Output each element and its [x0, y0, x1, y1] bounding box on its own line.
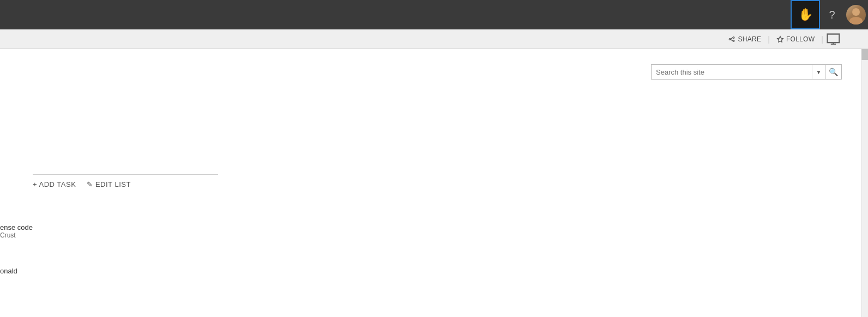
edit-list-button[interactable]: ✎ EDIT LIST: [87, 180, 131, 188]
secondary-bar: SHARE | FOLLOW |: [0, 29, 868, 49]
follow-button[interactable]: FOLLOW: [773, 34, 818, 44]
task-toolbar: + ADD TASK ✎ EDIT LIST: [33, 174, 218, 188]
present-icon: [827, 33, 842, 45]
avatar: [846, 5, 866, 25]
svg-rect-3: [828, 34, 840, 42]
list-item: ense code Crust: [0, 223, 33, 239]
add-task-label: + ADD TASK: [33, 180, 76, 188]
scrollbar-thumb[interactable]: [861, 49, 868, 60]
chevron-down-icon: ▼: [816, 69, 822, 75]
present-button[interactable]: [827, 32, 842, 47]
share-button[interactable]: SHARE: [725, 34, 764, 44]
add-task-button[interactable]: + ADD TASK: [33, 180, 76, 188]
action-divider-1: |: [768, 35, 770, 44]
item-title-2: onald: [0, 267, 17, 275]
share-label: SHARE: [738, 35, 761, 43]
top-nav-bar: ✋ ?: [0, 0, 868, 29]
item-title-1: ense code: [0, 223, 33, 231]
secondary-actions-group: SHARE | FOLLOW |: [725, 32, 842, 47]
search-dropdown-button[interactable]: ▼: [812, 65, 825, 79]
search-input[interactable]: [652, 65, 812, 79]
share-icon: [728, 35, 736, 43]
svg-line-1: [731, 39, 733, 41]
star-icon: [776, 35, 784, 43]
question-icon: ?: [829, 9, 835, 21]
svg-marker-2: [777, 36, 783, 42]
edit-list-label: ✎ EDIT LIST: [87, 180, 131, 188]
item-subtitle-1: Crust: [0, 231, 33, 239]
search-input-wrapper: ▼: [651, 64, 825, 80]
search-go-button[interactable]: 🔍: [825, 64, 842, 80]
search-container: ▼ 🔍: [651, 64, 842, 80]
svg-line-0: [731, 37, 733, 39]
search-icon: 🔍: [829, 68, 838, 76]
follow-label: FOLLOW: [786, 35, 815, 43]
main-content-area: ▼ 🔍 + ADD TASK ✎ EDIT LIST ense code Cru…: [0, 49, 868, 317]
scrollbar[interactable]: [861, 49, 868, 317]
hand-icon-button[interactable]: ✋: [791, 0, 820, 29]
nav-right-group: ✋ ?: [791, 0, 868, 29]
action-divider-2: |: [821, 35, 823, 44]
help-button[interactable]: ?: [820, 0, 844, 29]
list-item: onald: [0, 267, 17, 275]
hand-icon: ✋: [798, 8, 813, 22]
user-avatar-button[interactable]: [844, 0, 868, 29]
